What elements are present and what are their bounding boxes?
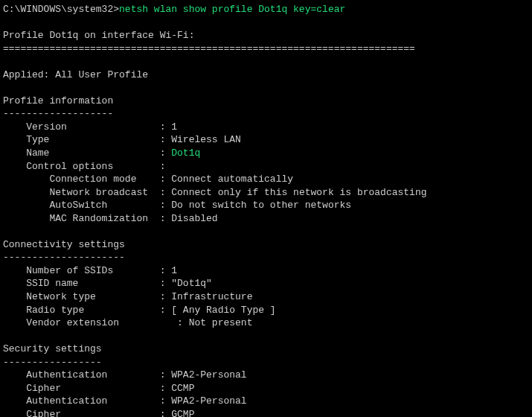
label: Network type :: [3, 291, 171, 302]
applied-line: Applied: All User Profile: [3, 69, 529, 82]
section-dash: ---------------------: [3, 251, 529, 264]
row-ssid-name: SSID name : "Dot1q": [3, 277, 529, 290]
blank-line: [3, 330, 529, 343]
label: Cipher :: [3, 409, 171, 417]
blank-line: [3, 55, 529, 69]
value: WPA2-Personal: [171, 395, 246, 407]
value: GCMP: [171, 409, 194, 417]
label: AutoSwitch :: [3, 200, 171, 211]
row-autoswitch: AutoSwitch : Do not switch to other netw…: [3, 199, 529, 212]
label: MAC Randomization :: [3, 213, 171, 224]
header-separator: ========================================…: [3, 42, 529, 56]
value: 1: [171, 265, 177, 276]
section-title-security: Security settings: [3, 343, 529, 356]
label: SSID name :: [3, 278, 171, 289]
row-number-ssids: Number of SSIDs : 1: [3, 264, 529, 278]
row-connection-mode: Connection mode : Connect automatically: [3, 173, 529, 186]
value: Wireless LAN: [171, 134, 241, 145]
value: WPA2-Personal: [171, 369, 246, 381]
label: Cipher :: [3, 383, 171, 394]
blank-line: [3, 81, 529, 95]
label: Version :: [3, 121, 171, 133]
row-control-options: Control options :: [3, 160, 529, 174]
row-version: Version : 1: [3, 121, 529, 134]
row-authentication-1: Authentication : WPA2-Personal: [3, 369, 529, 382]
value: Infrastructure: [171, 291, 252, 302]
value: CCMP: [171, 383, 194, 394]
label: Network broadcast :: [3, 187, 171, 198]
value: 1: [171, 121, 177, 133]
section-dash: -------------------: [3, 107, 529, 121]
value: Connect automatically: [171, 174, 293, 185]
row-cipher-2: Cipher : GCMP: [3, 408, 529, 417]
label: Name :: [3, 147, 171, 159]
label: Authentication :: [3, 395, 171, 407]
row-mac-randomization: MAC Randomization : Disabled: [3, 212, 529, 226]
row-network-broadcast: Network broadcast : Connect only if this…: [3, 186, 529, 200]
label: Type :: [3, 134, 171, 145]
row-name: Name : Dot1q: [3, 147, 529, 160]
value: [ Any Radio Type ]: [171, 305, 275, 316]
command-prompt-line: C:\WINDOWS\system32>netsh wlan show prof…: [3, 3, 529, 16]
label: Connection mode :: [3, 174, 171, 185]
row-radio-type: Radio type : [ Any Radio Type ]: [3, 304, 529, 317]
value: Disabled: [171, 213, 217, 224]
label: Number of SSIDs :: [3, 265, 171, 276]
label: Authentication :: [3, 369, 171, 381]
section-dash: -----------------: [3, 356, 529, 369]
command-text[interactable]: netsh wlan show profile Dot1q key=clear: [119, 4, 345, 15]
label: Vendor extension :: [3, 317, 189, 328]
label: Control options :: [3, 161, 165, 172]
row-authentication-2: Authentication : WPA2-Personal: [3, 395, 529, 408]
value: Do not switch to other networks: [171, 200, 351, 211]
row-network-type: Network type : Infrastructure: [3, 290, 529, 304]
section-title-profile-info: Profile information: [3, 95, 529, 108]
row-cipher-1: Cipher : CCMP: [3, 382, 529, 395]
section-title-connectivity: Connectivity settings: [3, 238, 529, 252]
row-type: Type : Wireless LAN: [3, 133, 529, 147]
prompt-path: C:\WINDOWS\system32>: [3, 4, 119, 15]
value: "Dot1q": [171, 278, 212, 289]
blank-line: [3, 16, 529, 30]
value: Connect only if this network is broadcas…: [171, 187, 426, 198]
profile-header: Profile Dot1q on interface Wi-Fi:: [3, 29, 529, 42]
blank-line: [3, 225, 529, 238]
label: Radio type :: [3, 305, 171, 316]
value: Dot1q: [171, 147, 200, 159]
value: Not present: [189, 317, 253, 328]
row-vendor-extension: Vendor extension : Not present: [3, 316, 529, 330]
